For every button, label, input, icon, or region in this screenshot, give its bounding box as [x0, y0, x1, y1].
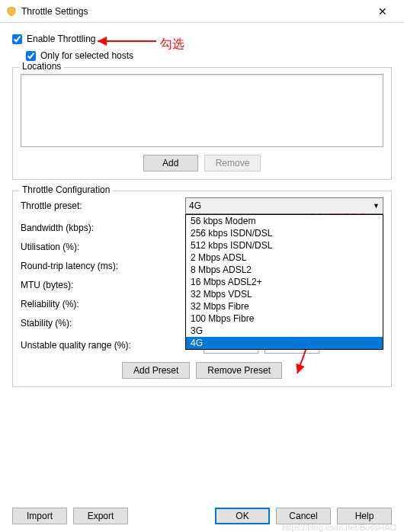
enable-throttling-checkbox[interactable]: Enable Throttling — [12, 34, 392, 44]
locations-listbox[interactable] — [21, 74, 383, 147]
export-button[interactable]: Export — [73, 508, 128, 524]
preset-label: Throttle preset: — [21, 200, 185, 211]
unstable-label: Unstable quality range (%): — [21, 340, 204, 351]
throttle-config-legend: Throttle Configuration — [19, 184, 113, 195]
locations-group: Locations Add Remove — [12, 67, 392, 180]
preset-option[interactable]: 256 kbps ISDN/DSL — [186, 227, 383, 239]
preset-option[interactable]: 8 Mbps ADSL2 — [186, 264, 383, 276]
remove-location-button: Remove — [204, 155, 261, 171]
mtu-label: MTU (bytes): — [21, 280, 204, 290]
add-location-button[interactable]: Add — [143, 155, 198, 171]
throttle-config-group: Throttle Configuration Throttle preset: … — [12, 191, 392, 387]
preset-option[interactable]: 32 Mbps Fibre — [186, 300, 383, 312]
preset-dropdown[interactable]: 56 kbps Modem256 kbps ISDN/DSL512 kbps I… — [185, 214, 383, 350]
cancel-button[interactable]: Cancel — [276, 508, 331, 524]
close-icon[interactable]: ✕ — [367, 5, 398, 18]
add-preset-button[interactable]: Add Preset — [122, 362, 190, 379]
import-button[interactable]: Import — [12, 508, 67, 524]
chevron-down-icon: ▼ — [373, 202, 380, 210]
only-selected-hosts-label: Only for selected hosts — [40, 50, 133, 61]
ok-button[interactable]: OK — [215, 508, 270, 524]
shield-icon — [6, 6, 17, 17]
watermark: https://blog.csdn.net/BossHAO — [282, 523, 396, 532]
help-button[interactable]: Help — [337, 508, 392, 524]
preset-option[interactable]: 100 Mbps Fibre — [186, 312, 383, 325]
preset-option[interactable]: 512 kbps ISDN/DSL — [186, 239, 383, 252]
only-selected-hosts-checkbox[interactable]: Only for selected hosts — [26, 50, 392, 61]
throttle-preset-combobox[interactable]: 4G ▼ — [185, 197, 383, 214]
reliability-label: Reliability (%): — [21, 299, 204, 309]
preset-option[interactable]: 32 Mbps VDSL — [186, 288, 383, 300]
dialog-footer: Import Export OK Cancel Help — [0, 508, 404, 524]
window-title: Throttle Settings — [21, 6, 367, 17]
enable-throttling-input[interactable] — [12, 34, 22, 44]
only-selected-hosts-input[interactable] — [26, 51, 36, 61]
utilisation-label: Utilisation (%): — [21, 242, 204, 252]
preset-option[interactable]: 56 kbps Modem — [186, 215, 383, 227]
title-bar: Throttle Settings ✕ — [0, 0, 404, 23]
enable-throttling-label: Enable Throttling — [27, 34, 96, 44]
preset-option[interactable]: 4G — [186, 337, 383, 349]
bandwidth-label: Bandwidth (kbps): — [21, 223, 204, 233]
preset-option[interactable]: 16 Mbps ADSL2+ — [186, 276, 383, 288]
preset-value: 4G — [189, 200, 373, 211]
locations-legend: Locations — [19, 61, 64, 72]
remove-preset-button[interactable]: Remove Preset — [196, 362, 282, 379]
preset-option[interactable]: 3G — [186, 325, 383, 337]
stability-label: Stability (%): — [21, 318, 204, 328]
preset-option[interactable]: 2 Mbps ADSL — [186, 252, 383, 264]
rtt-label: Round-trip latency (ms): — [21, 261, 204, 271]
